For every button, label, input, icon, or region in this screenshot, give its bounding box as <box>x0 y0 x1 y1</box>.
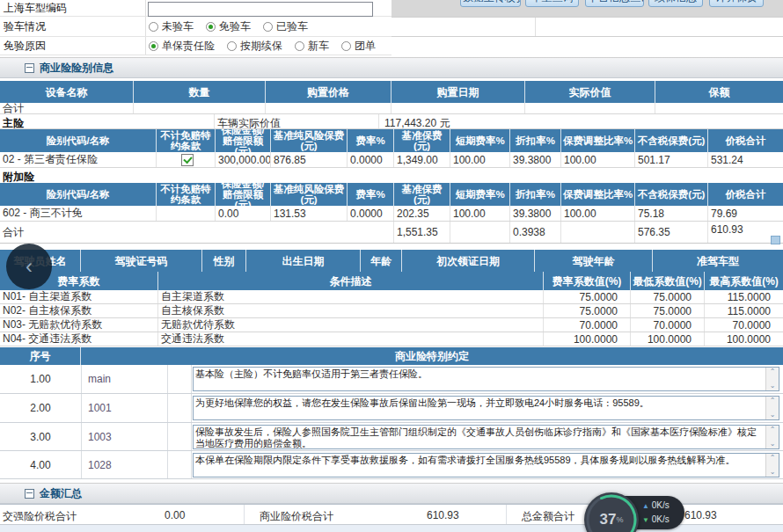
col-notax-premium: 不含税保费(元) <box>635 129 708 152</box>
col-actual-value: 实际价值 <box>525 81 655 103</box>
seq-no: 1.00 <box>0 365 82 393</box>
special-table-header: 序号 商业险特别约定 <box>0 347 783 365</box>
main-risk-row: 主险 车辆实际价值 117,443.20 元 <box>0 114 783 129</box>
col-first-license-date: 初次领证日期 <box>402 250 535 272</box>
clause-textarea[interactable]: 保险事故发生后，保险人参照国务院卫生主管部门组织制定的《交通事故人员创伤临床诊疗… <box>193 425 779 449</box>
col-age: 年龄 <box>361 250 402 272</box>
special-row: 3.00 1003 保险事故发生后，保险人参照国务院卫生主管部门组织制定的《交通… <box>0 423 783 451</box>
radio-not-inspected[interactable]: 未验车 <box>149 19 194 34</box>
clause-textarea[interactable]: 本保单在保险期限内限定条件下享受事故救援服务，如有需求请拨打全国服务热线9558… <box>193 453 779 477</box>
scroll-down-icon[interactable]: ⌄ <box>766 383 779 390</box>
col-special-agreement: 商业险特别约定 <box>81 347 783 365</box>
radio-exempt-inspection[interactable]: 免验车 <box>206 19 251 34</box>
toolbar-button-model-query[interactable]: 车型查询 <box>525 0 579 7</box>
vehicle-code-label: 上海车型编码 <box>0 1 145 16</box>
col-base-premium: 基准保费(元) <box>394 129 450 152</box>
syx-total-value: 610.93 <box>427 509 459 521</box>
scrollbar-fragment[interactable] <box>771 236 780 244</box>
main-risk-table-header: 险别代码/名称 不计免赔特约条款 保险金额/赔偿限额(元) 基准纯风险保费(元)… <box>0 129 783 152</box>
toolbar-button-platform-query[interactable]: 平台信息查询 <box>585 0 644 7</box>
clause-textarea[interactable]: 为更好地保障您的权益，请您在发生保险事故后保留出险第一现场，并立即致电24小时服… <box>193 396 779 420</box>
textarea-scrollbar[interactable]: ⌃⌄ <box>765 397 779 419</box>
col-discount: 折扣率% <box>510 129 561 152</box>
col-pure-premium: 基准纯风险保费(元) <box>271 129 348 152</box>
special-row: 4.00 1028 本保单在保险期限内限定条件下享受事故救援服务，如有需求请拨打… <box>0 451 783 479</box>
section-business-risk-title: 商业险险别信息 <box>40 61 113 76</box>
toolbar-button-renewal-info[interactable]: 续保信息 <box>648 0 703 7</box>
floating-back-button[interactable]: ‹ <box>6 244 52 289</box>
jqx-total-value: 0.00 <box>165 509 185 521</box>
special-row: 1.00 main 基本险（主险）不计免赔率仅适用于第三者责任保险。 ⌃⌄ <box>0 365 783 394</box>
seq-no: 4.00 <box>0 451 82 478</box>
scroll-down-icon[interactable]: ⌄ <box>766 441 779 448</box>
jqx-total-label: 交强险价税合计 <box>3 509 77 524</box>
toolbar-button-upload-check[interactable]: 数据上传校验 <box>460 0 521 7</box>
clause-code: 1028 <box>81 451 168 478</box>
scroll-up-icon[interactable]: ⌃ <box>766 455 779 462</box>
checkbox-checked-icon[interactable] <box>181 154 194 166</box>
progress-arc-icon <box>584 492 639 532</box>
textarea-scrollbar[interactable]: ⌃⌄ <box>765 426 779 448</box>
section-amount-summary-title: 金额汇总 <box>40 486 82 501</box>
col-purchase-date: 购置日期 <box>392 81 525 103</box>
col-min-value: 最低系数值(%) <box>631 272 705 290</box>
col-equipment-name: 设备名称 <box>0 81 134 103</box>
col-coeff-value: 费率系数值(%) <box>544 272 631 290</box>
addon-risk-data-row: 602 - 商三不计免 0.00 131.53 0.0000 202.35 10… <box>0 206 783 222</box>
col-permitted-type: 准驾车型 <box>653 250 783 272</box>
scroll-up-icon[interactable]: ⌃ <box>766 368 779 375</box>
equipment-total-row: 合计 <box>0 103 783 114</box>
radio-icon <box>295 41 304 51</box>
textarea-scrollbar[interactable]: ⌃⌄ <box>765 368 779 390</box>
upload-arrow-icon: ▲ <box>642 502 649 510</box>
radio-single-liability[interactable]: 单保责任险 <box>149 39 215 54</box>
col-adjust-ratio: 保费调整比率% <box>561 129 635 152</box>
driver-table-header: 驾驶员姓名 驾驶证号码 性别 出生日期 年龄 初次领证日期 驾驶年龄 准驾车型 <box>0 250 783 272</box>
form-row-exempt-reason: 免验原因 单保责任险 按期续保 新车 团单 <box>0 37 392 55</box>
special-row: 2.00 1001 为更好地保障您的权益，请您在发生保险事故后保留出险第一现场，… <box>0 394 783 423</box>
radio-renew-on-time[interactable]: 按期续保 <box>227 39 282 54</box>
scroll-down-icon[interactable]: ⌄ <box>766 412 779 419</box>
col-quantity: 数量 <box>134 81 266 103</box>
radio-new-car[interactable]: 新车 <box>295 39 329 54</box>
form-row-inspection: 验车情况 未验车 免验车 已验车 <box>0 17 392 37</box>
clause-textarea[interactable]: 基本险（主险）不计免赔率仅适用于第三者责任保险。 ⌃⌄ <box>193 367 779 391</box>
upload-speed: 0K/s <box>652 500 670 510</box>
coeff-row: N04- 交通违法系数 交通违法系数 100.0000 100.0000 100… <box>0 332 783 346</box>
coeff-row: N01- 自主渠道系数 自主渠道系数 75.0000 75.0000 115.0… <box>0 290 783 304</box>
radio-icon <box>263 22 273 32</box>
scroll-down-icon[interactable]: ⌄ <box>766 469 779 476</box>
textarea-scrollbar[interactable]: ⌃⌄ <box>765 454 779 477</box>
risk-name: 02 - 第三者责任保险 <box>0 152 157 167</box>
inspection-label: 验车情况 <box>0 19 145 34</box>
coeff-table-header: 费率系数 条件描述 费率系数值(%) 最低系数值(%) 最高系数值(%) <box>0 272 783 290</box>
radio-icon <box>341 41 351 51</box>
vehicle-code-input[interactable] <box>148 2 373 17</box>
col-risk-code: 险别代码/名称 <box>0 129 157 152</box>
col-license-no: 驾驶证号码 <box>81 250 202 272</box>
col-rate: 费率% <box>348 129 394 152</box>
addon-risk-table-header: 险别代码/名称 不计免赔特约条款 保险金额/赔偿限额(元) 基准纯风险保费(元)… <box>0 183 783 206</box>
radio-selected-icon <box>206 22 216 32</box>
clause-code: main <box>81 365 168 393</box>
risk-total-row: 合计 1,551.35 0.3938 576.35 610.93 <box>0 222 783 244</box>
col-max-value: 最高系数值(%) <box>705 272 783 290</box>
col-insured-amount: 保额 <box>655 81 783 103</box>
col-driving-years: 驾驶年龄 <box>535 250 653 272</box>
collapse-icon[interactable] <box>25 63 34 73</box>
col-condition-desc: 条件描述 <box>158 272 544 290</box>
scroll-up-icon[interactable]: ⌃ <box>766 426 779 434</box>
exempt-reason-label: 免验原因 <box>0 39 145 54</box>
radio-group-policy[interactable]: 团单 <box>341 39 376 54</box>
toolbar-button-calc-premium[interactable]: 计算保费 <box>709 0 764 7</box>
grand-total-value: 610.93 <box>684 509 717 521</box>
section-business-risk[interactable]: 商业险险别信息 <box>0 57 783 78</box>
radio-icon <box>227 41 237 51</box>
scroll-up-icon[interactable]: ⌃ <box>766 397 779 404</box>
main-risk-data-row: 02 - 第三者责任保险 300,000.00 876.85 0.0000 1,… <box>0 152 783 168</box>
radio-inspected[interactable]: 已验车 <box>263 19 308 34</box>
collapse-icon[interactable] <box>25 489 34 499</box>
clause-code: 1003 <box>81 423 168 450</box>
col-purchase-price: 购置价格 <box>266 81 392 103</box>
equipment-table-header: 设备名称 数量 购置价格 购置日期 实际价值 保额 <box>0 81 783 103</box>
